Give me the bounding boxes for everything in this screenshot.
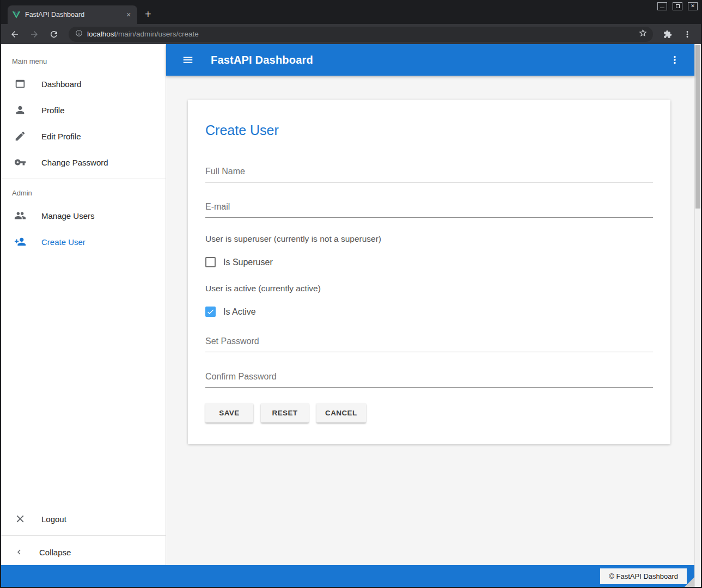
pencil-icon — [14, 130, 26, 142]
is-superuser-checkbox-row[interactable]: Is Superuser — [205, 257, 653, 267]
forward-icon — [29, 29, 39, 39]
reload-icon — [49, 29, 59, 39]
kebab-menu-icon — [682, 29, 692, 39]
browser-window: FastAPI Dashboard ✕ + ✕ localhost/main/a… — [0, 0, 702, 588]
sidebar-spacer — [1, 255, 166, 506]
url-host: localhost — [87, 30, 116, 38]
address-bar[interactable]: localhost/main/admin/users/create — [69, 27, 653, 42]
reload-button[interactable] — [46, 26, 62, 42]
hamburger-icon — [182, 54, 194, 66]
back-icon — [10, 29, 20, 39]
superuser-hint: User is superuser (currently is not a su… — [205, 234, 653, 244]
sidebar-item-profile[interactable]: Profile — [1, 97, 166, 123]
sidebar-item-label: Collapse — [39, 548, 71, 557]
sidebar-item-label: Manage Users — [41, 211, 95, 220]
checkbox-label: Is Active — [223, 307, 256, 317]
sidebar-item-logout[interactable]: Logout — [1, 506, 166, 532]
tab-title: FastAPI Dashboard — [25, 11, 120, 19]
sidebar-item-collapse[interactable]: Collapse — [1, 539, 166, 565]
email-field[interactable] — [205, 199, 653, 218]
page-info-icon[interactable] — [75, 29, 83, 39]
kebab-menu-icon — [669, 54, 681, 66]
page-title: Create User — [205, 122, 653, 138]
chevron-left-icon — [14, 547, 24, 557]
sidebar-item-label: Dashboard — [41, 79, 81, 89]
back-button[interactable] — [7, 26, 23, 42]
app-bar-menu-button[interactable] — [665, 50, 685, 70]
reset-button[interactable]: RESET — [261, 403, 309, 422]
sidebar-item-label: Profile — [41, 106, 65, 115]
checkbox-label: Is Superuser — [223, 258, 273, 267]
sidebar-section-main-menu: Main menu — [1, 46, 166, 71]
minimize-icon — [660, 8, 664, 8]
set-password-field[interactable] — [205, 333, 653, 352]
url-path: /main/admin/users/create — [116, 30, 199, 38]
cancel-button[interactable]: CANCEL — [316, 403, 366, 422]
sidebar: Main menu Dashboard Profile Edit Profile… — [1, 44, 166, 565]
check-icon — [206, 308, 215, 316]
sidebar-divider — [1, 179, 166, 179]
url-text: localhost/main/admin/users/create — [87, 30, 634, 38]
maximize-button[interactable] — [673, 2, 682, 10]
save-button[interactable]: SAVE — [205, 403, 253, 422]
close-window-button[interactable]: ✕ — [688, 2, 698, 10]
full-name-field[interactable] — [205, 163, 653, 182]
sidebar-item-create-user[interactable]: Create User — [1, 229, 166, 255]
sidebar-section-admin: Admin — [1, 182, 166, 203]
sidebar-item-dashboard[interactable]: Dashboard — [1, 71, 166, 97]
forward-button[interactable] — [26, 26, 42, 42]
close-icon: ✕ — [691, 4, 695, 9]
tab-close-icon[interactable]: ✕ — [124, 10, 133, 19]
person-icon — [14, 104, 26, 116]
sidebar-item-label: Change Password — [41, 158, 108, 167]
new-tab-button[interactable]: + — [145, 9, 151, 20]
logout-x-icon — [14, 513, 26, 525]
key-icon — [14, 156, 26, 168]
page-scrollbar[interactable] — [694, 44, 701, 587]
dashboard-icon — [14, 78, 26, 90]
bookmark-star-icon[interactable] — [638, 28, 648, 40]
sidebar-item-label: Edit Profile — [41, 132, 81, 141]
active-hint: User is active (currently active) — [205, 284, 653, 293]
is-superuser-checkbox[interactable] — [205, 257, 216, 267]
sidebar-divider — [1, 535, 166, 536]
browser-tab-bar: FastAPI Dashboard ✕ + ✕ — [1, 0, 701, 24]
app-bar: FastAPI Dashboard — [166, 44, 694, 76]
sidebar-item-label: Logout — [41, 514, 66, 524]
content-area: Create User User is superuser (currently… — [166, 76, 694, 565]
app-bar-title: FastAPI Dashboard — [211, 54, 313, 66]
hamburger-menu-button[interactable] — [178, 50, 198, 70]
create-user-card: Create User User is superuser (currently… — [188, 100, 670, 444]
vuetify-logo-icon — [12, 10, 21, 19]
person-add-icon — [14, 236, 26, 248]
is-active-checkbox[interactable] — [205, 307, 216, 317]
resize-grip — [685, 577, 694, 587]
confirm-password-field[interactable] — [205, 369, 653, 388]
browser-tab[interactable]: FastAPI Dashboard ✕ — [8, 5, 137, 24]
is-active-checkbox-row[interactable]: Is Active — [205, 307, 653, 317]
browser-toolbar: localhost/main/admin/users/create — [1, 24, 701, 44]
sidebar-item-change-password[interactable]: Change Password — [1, 149, 166, 175]
main-area: FastAPI Dashboard Create User User is su… — [166, 44, 694, 565]
footer: © FastAPI Dashboard — [1, 565, 694, 587]
form-actions: SAVE RESET CANCEL — [205, 403, 653, 422]
sidebar-item-label: Create User — [41, 237, 86, 247]
footer-copyright: © FastAPI Dashboard — [600, 568, 687, 584]
scrollbar-thumb[interactable] — [695, 45, 700, 209]
window-controls: ✕ — [657, 2, 698, 10]
sidebar-item-manage-users[interactable]: Manage Users — [1, 203, 166, 229]
sidebar-item-edit-profile[interactable]: Edit Profile — [1, 123, 166, 149]
people-icon — [14, 210, 26, 222]
minimize-button[interactable] — [657, 2, 667, 10]
page: Main menu Dashboard Profile Edit Profile… — [1, 44, 701, 587]
maximize-icon — [676, 4, 680, 8]
browser-menu-button[interactable] — [679, 26, 695, 42]
extensions-icon — [663, 30, 672, 39]
extensions-button[interactable] — [660, 26, 676, 42]
